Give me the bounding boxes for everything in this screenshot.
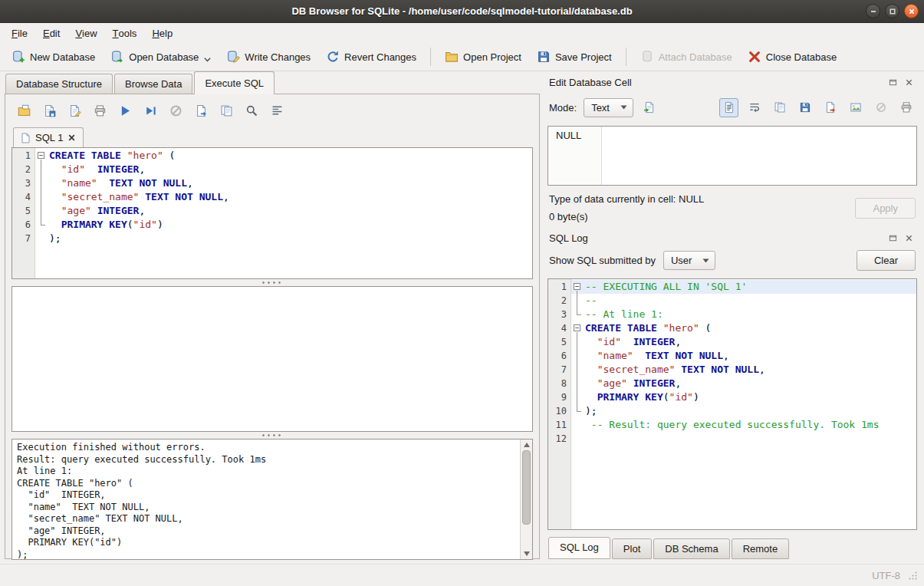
window-title: DB Browser for SQLite - /home/user/code/… <box>0 5 924 17</box>
find-replace-icon <box>245 104 258 117</box>
new-database-icon <box>12 50 25 64</box>
save-project-label: Save Project <box>555 51 612 63</box>
fold-gutter <box>571 335 583 349</box>
execute-current-line-button[interactable] <box>140 100 161 121</box>
splitter-handle[interactable] <box>12 279 533 286</box>
close-panel-icon[interactable] <box>902 232 916 245</box>
scrollbar-thumb[interactable] <box>522 450 531 525</box>
word-wrap-button[interactable] <box>745 98 764 117</box>
cell-editor[interactable]: NULL <box>547 126 917 186</box>
encoding-indicator[interactable]: UTF-8 <box>872 570 900 581</box>
execute-sql-page: SQL 1 1−CREATE TABLE "hero" (2 "id" INTE… <box>5 94 540 559</box>
execute-all-button[interactable] <box>114 100 136 121</box>
tab-execute-sql[interactable]: Execute SQL <box>194 71 275 94</box>
code-line: 7 "secret_name" TEXT NOT NULL, <box>548 363 916 377</box>
print-button[interactable] <box>89 100 110 121</box>
fold-gutter <box>571 294 583 308</box>
fold-marker-icon[interactable]: − <box>571 321 583 335</box>
code-text: "name" TEXT NOT NULL, <box>583 349 729 363</box>
close-button[interactable] <box>904 4 919 18</box>
cell-editor-body[interactable] <box>602 127 916 185</box>
code-text: PRIMARY KEY("id") <box>583 390 699 404</box>
menu-tools[interactable]: Tools <box>105 23 145 43</box>
dropdown-arrow-icon[interactable] <box>204 58 211 64</box>
scroll-down-icon[interactable] <box>521 548 533 559</box>
revert-changes-button[interactable]: Revert Changes <box>319 46 423 67</box>
copy-button[interactable] <box>770 98 789 117</box>
export-csv-button[interactable] <box>190 100 212 121</box>
save-as-view-button[interactable] <box>215 100 237 121</box>
titlebar[interactable]: DB Browser for SQLite - /home/user/code/… <box>0 0 924 23</box>
find-replace-button[interactable] <box>241 100 262 121</box>
code-text: ); <box>583 404 597 418</box>
tab-browse-data[interactable]: Browse Data <box>114 74 192 94</box>
minimize-button[interactable] <box>866 4 880 18</box>
export-button[interactable] <box>820 98 840 117</box>
float-panel-icon[interactable] <box>886 77 899 89</box>
close-database-button[interactable]: Close Database <box>741 46 844 67</box>
save-sql-file-button[interactable] <box>38 100 60 121</box>
float-panel-icon[interactable] <box>886 232 899 245</box>
sql-log-view[interactable]: 1−-- EXECUTING ALL IN 'SQL 1'2--3-- At l… <box>547 278 917 530</box>
output-scrollbar[interactable] <box>520 440 532 559</box>
cell-icons <box>719 98 916 117</box>
image-button[interactable] <box>846 98 865 117</box>
fold-marker-icon[interactable]: − <box>571 280 583 294</box>
scrollbar-track[interactable] <box>521 450 532 548</box>
bottom-tab-remote[interactable]: Remote <box>732 538 790 559</box>
fold-marker-icon[interactable]: − <box>35 149 47 163</box>
open-database-button[interactable]: Open Database <box>104 46 218 67</box>
log-filter-select[interactable]: User <box>663 251 715 270</box>
new-database-button[interactable]: New Database <box>5 46 102 67</box>
scroll-up-icon[interactable] <box>521 440 533 450</box>
sql-log-header: SQL Log <box>547 229 917 248</box>
open-project-button[interactable]: Open Project <box>438 46 528 67</box>
menu-edit[interactable]: Edit <box>35 23 67 43</box>
sql-log-title: SQL Log <box>549 232 883 244</box>
code-line: 2 "id" INTEGER, <box>12 163 532 176</box>
maximize-button[interactable] <box>885 4 899 18</box>
tab-database-structure[interactable]: Database Structure <box>5 74 113 94</box>
tab-close-icon[interactable] <box>67 133 76 142</box>
line-number: 3 <box>12 176 35 190</box>
sql-tabstrip: SQL 1 <box>12 125 533 148</box>
execution-output: Execution finished without errors. Resul… <box>12 439 533 560</box>
save-as-view-icon <box>220 104 233 117</box>
line-number: 2 <box>548 294 571 308</box>
new-database-label: New Database <box>30 51 95 63</box>
sql-file-icon <box>21 133 31 143</box>
attach-database-button: Attach Database <box>633 46 739 67</box>
sql-editor[interactable]: 1−CREATE TABLE "hero" (2 "id" INTEGER,3 … <box>12 147 533 279</box>
set-null-icon <box>875 101 887 114</box>
resize-grip-icon[interactable] <box>908 571 918 581</box>
text-mode-button[interactable] <box>719 98 738 117</box>
menu-file[interactable]: File <box>4 23 35 43</box>
save-sql-file-as-button[interactable] <box>64 100 85 121</box>
mode-select[interactable]: Text <box>584 98 633 117</box>
save-project-button[interactable]: Save Project <box>530 46 619 67</box>
clear-log-button[interactable]: Clear <box>857 250 916 271</box>
revert-changes-label: Revert Changes <box>344 51 416 63</box>
sql-toolbar <box>12 97 533 125</box>
sql-tab[interactable]: SQL 1 <box>13 127 84 148</box>
attach-database-icon <box>640 50 654 64</box>
cell-info: Type of data currently in cell: NULL 0 b… <box>547 186 917 229</box>
code-line: 1−-- EXECUTING ALL IN 'SQL 1' <box>548 280 916 294</box>
print-button[interactable] <box>896 98 916 117</box>
menu-help[interactable]: Help <box>144 23 180 43</box>
bottom-tab-sql-log[interactable]: SQL Log <box>548 537 610 559</box>
save-button[interactable] <box>795 98 814 117</box>
import-button[interactable] <box>640 98 659 117</box>
code-line: 5 "id" INTEGER, <box>548 335 916 349</box>
line-number: 1 <box>12 149 35 163</box>
results-grid[interactable] <box>12 286 533 432</box>
bottom-tab-db-schema[interactable]: DB Schema <box>653 538 729 559</box>
write-changes-button[interactable]: Write Changes <box>219 46 317 67</box>
close-panel-icon[interactable] <box>902 77 916 89</box>
auto-format-button[interactable] <box>266 100 288 121</box>
splitter-handle[interactable] <box>12 432 533 439</box>
open-sql-file-button[interactable] <box>13 100 35 121</box>
menu-view[interactable]: View <box>67 23 104 43</box>
bottom-tab-plot[interactable]: Plot <box>612 538 652 559</box>
code-text: "age" INTEGER, <box>583 377 681 390</box>
